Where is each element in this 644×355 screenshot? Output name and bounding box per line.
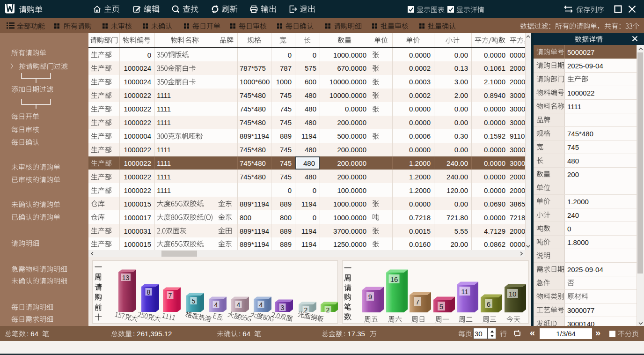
svg-text:4: 4: [237, 301, 241, 309]
svg-text:8: 8: [147, 288, 151, 296]
svg-text:7: 7: [168, 292, 172, 299]
svg-text:2: 2: [326, 306, 330, 314]
svg-text:10: 10: [509, 290, 517, 298]
svg-text:7: 7: [416, 298, 419, 306]
svg-text:4: 4: [214, 301, 218, 309]
svg-text:5: 5: [439, 303, 443, 311]
svg-text:3: 3: [281, 304, 285, 311]
svg-text:13: 13: [122, 274, 130, 281]
svg-text:11: 11: [461, 288, 468, 296]
svg-text:16: 16: [390, 275, 398, 283]
svg-text:5: 5: [192, 297, 196, 305]
svg-text:9: 9: [368, 293, 372, 301]
svg-text:4: 4: [259, 301, 263, 309]
svg-text:6: 6: [487, 300, 490, 308]
